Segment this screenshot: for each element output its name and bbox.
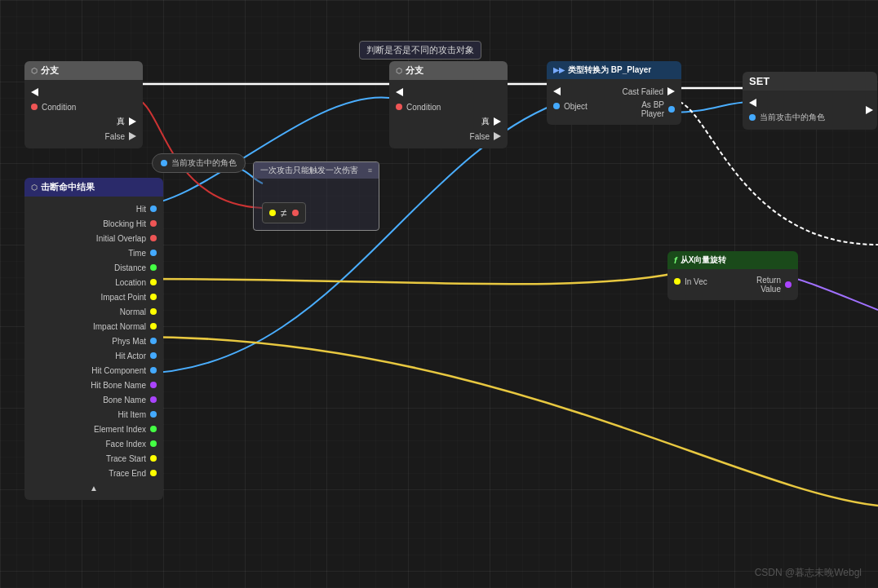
rotate-return-out[interactable]: Return Value <box>733 274 798 295</box>
hit-result-hit-component[interactable]: Hit Component <box>24 363 163 378</box>
branch1-true-out[interactable]: 真 <box>24 114 143 129</box>
hit-result-hit-bone[interactable]: Hit Bone Name <box>24 378 163 392</box>
hit-result-impact-normal[interactable]: Impact Normal <box>24 319 163 334</box>
hit-result-blocking[interactable]: Blocking Hit <box>24 216 163 231</box>
rotate-invec-in[interactable]: In Vec <box>667 274 733 289</box>
cast-asbp-out[interactable]: As BP Player <box>614 99 682 120</box>
hit-result-face-index[interactable]: Face Index <box>24 436 163 451</box>
hit-result-node: ⬡ 击断命中结果 Hit Blocking Hit Initial Overla… <box>24 178 163 500</box>
hit-result-phys-mat[interactable]: Phys Mat <box>24 334 163 348</box>
set-char-in[interactable]: 当前攻击中的角色 <box>743 110 862 125</box>
branch2-true-out[interactable]: 真 <box>389 114 508 129</box>
hit-result-trace-end[interactable]: Trace End <box>24 466 163 480</box>
comment-node: 一次攻击只能触发一次伤害 ≡ ≠ <box>253 161 379 231</box>
branch1-false-out[interactable]: False <box>24 129 143 144</box>
hit-result-hit[interactable]: Hit <box>24 201 163 216</box>
branch1-condition[interactable]: Condition <box>24 99 143 114</box>
rotate-node: f 从X向量旋转 In Vec Return Value <box>667 251 798 300</box>
top-label: 判断是否是不同的攻击对象 <box>359 41 481 60</box>
hit-result-overlap[interactable]: Initial Overlap <box>24 231 163 245</box>
branch2-condition[interactable]: Condition <box>389 99 508 114</box>
hit-result-impact-point[interactable]: Impact Point <box>24 290 163 304</box>
branch2-header: ⬡ 分支 <box>389 61 508 80</box>
hit-result-header: ⬡ 击断命中结果 <box>24 178 163 197</box>
cast-failed-out[interactable]: Cast Failed <box>614 84 682 99</box>
branch1-header: ⬡ 分支 <box>24 61 143 80</box>
hit-result-distance[interactable]: Distance <box>24 260 163 275</box>
set-header: SET <box>743 72 877 91</box>
hit-result-trace-start[interactable]: Trace Start <box>24 451 163 466</box>
branch1-node: ⬡ 分支 Condition 真 False <box>24 61 143 148</box>
cast-failed-label: Cast Failed <box>622 87 663 96</box>
hit-result-collapse[interactable]: ▲ <box>24 480 163 495</box>
rotate-header: f 从X向量旋转 <box>667 251 798 269</box>
cast-node: ▶▶ 类型转换为 BP_Player Object Cast Failed <box>547 61 681 125</box>
branch2-node: ⬡ 分支 Condition 真 False <box>389 61 508 148</box>
current-char-node: 当前攻击中的角色 <box>152 153 246 173</box>
branch1-exec-in[interactable] <box>24 85 143 99</box>
hit-result-normal[interactable]: Normal <box>24 304 163 319</box>
cast-exec-in[interactable] <box>547 84 614 99</box>
set-node: SET 当前攻击中的角色 <box>743 72 877 130</box>
hit-result-bone-name[interactable]: Bone Name <box>24 392 163 407</box>
inequality-node[interactable]: ≠ <box>262 202 306 223</box>
set-exec-in[interactable] <box>743 95 862 110</box>
hit-result-hit-actor[interactable]: Hit Actor <box>24 348 163 363</box>
branch2-exec-in[interactable] <box>389 85 508 99</box>
hit-result-hit-item[interactable]: Hit Item <box>24 407 163 422</box>
branch2-false-out[interactable]: False <box>389 129 508 144</box>
comment-header: 一次攻击只能触发一次伤害 ≡ <box>254 162 379 179</box>
hit-result-location[interactable]: Location <box>24 275 163 290</box>
hit-result-element-index[interactable]: Element Index <box>24 422 163 436</box>
watermark: CSDN @暮志未晚Webgl <box>755 566 862 580</box>
cast-header: ▶▶ 类型转换为 BP_Player <box>547 61 681 79</box>
hit-result-time[interactable]: Time <box>24 245 163 260</box>
cast-object-in[interactable]: Object <box>547 99 614 113</box>
